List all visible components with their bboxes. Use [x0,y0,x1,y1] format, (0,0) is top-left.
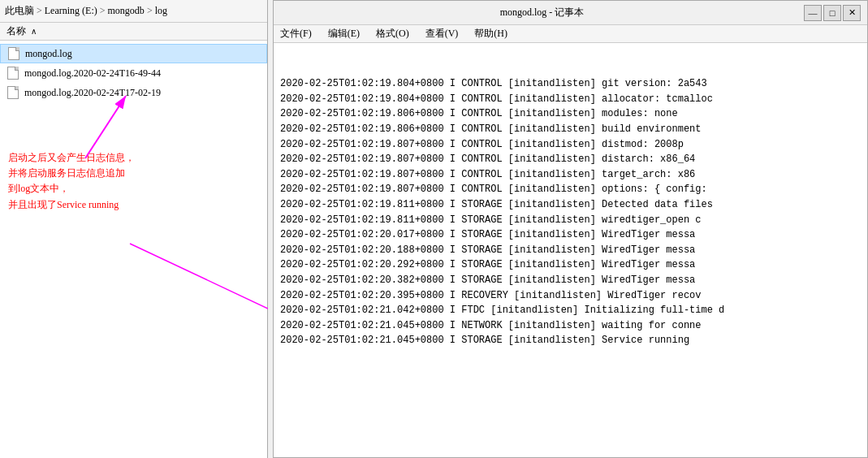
breadcrumb-sep-1: > [37,5,42,17]
menu-edit[interactable]: 编辑(E) [325,25,363,42]
file-list: mongod.log mongod.log.2020-02-24T16-49-4… [0,41,267,458]
menu-help[interactable]: 帮助(H) [471,25,511,42]
breadcrumb-learning[interactable]: Learning (E:) [45,5,97,17]
window-controls: — □ ✕ [804,5,861,21]
annotation-text: 启动之后又会产生日志信息， 并将启动服务日志信息追加 到log文本中， 并且出现… [8,150,135,213]
menu-file[interactable]: 文件(F) [277,25,315,42]
list-item[interactable]: mongod.log.2020-02-24T16-49-44 [0,63,267,83]
file-name: mongod.log.2020-02-24T17-02-19 [24,87,161,99]
notepad-titlebar: mongod.log - 记事本 — □ ✕ [274,1,867,25]
log-line: 2020-02-25T01:02:19.807+0800 I CONTROL [… [280,182,861,197]
log-line: 2020-02-25T01:02:19.807+0800 I CONTROL [… [280,167,861,183]
log-line: 2020-02-25T01:02:20.292+0800 I STORAGE [… [280,257,861,273]
log-line: 2020-02-25T01:02:19.806+0800 I CONTROL [… [280,122,861,137]
log-line: 2020-02-25T01:02:20.017+0800 I STORAGE [… [280,227,861,243]
breadcrumb-computer[interactable]: 此电脑 [5,4,34,18]
log-line: 2020-02-25T01:02:21.045+0800 I STORAGE [… [280,333,861,348]
maximize-button[interactable]: □ [823,5,841,21]
log-line: 2020-02-25T01:02:19.807+0800 I CONTROL [… [280,137,861,153]
log-line: 2020-02-25T01:02:20.382+0800 I STORAGE [… [280,273,861,288]
notepad-title: mongod.log - 记事本 [280,6,804,19]
sort-arrow-icon: ∧ [31,27,37,36]
minimize-button[interactable]: — [804,5,822,21]
menu-format[interactable]: 格式(O) [373,25,412,42]
close-button[interactable]: ✕ [843,5,861,21]
column-name-label: 名称 [6,24,26,38]
breadcrumb-mongodb[interactable]: mongodb [108,5,145,17]
breadcrumb: 此电脑 > Learning (E:) > mongodb > log [0,0,267,23]
log-line: 2020-02-25T01:02:20.395+0800 I RECOVERY … [280,288,861,304]
file-name: mongod.log [25,48,72,60]
file-icon [6,86,19,99]
notepad-menubar: 文件(F) 编辑(E) 格式(O) 查看(V) 帮助(H) [274,25,867,43]
menu-view[interactable]: 查看(V) [422,25,462,42]
log-line: 2020-02-25T01:02:19.804+0800 I CONTROL [… [280,76,861,92]
list-item[interactable]: mongod.log [0,44,267,63]
log-line: 2020-02-25T01:02:21.042+0800 I FTDC [ini… [280,303,861,318]
column-header: 名称 ∧ [0,23,267,41]
file-icon [6,67,19,80]
notepad-window: mongod.log - 记事本 — □ ✕ 文件(F) 编辑(E) 格式(O)… [273,0,868,458]
log-line: 2020-02-25T01:02:19.807+0800 I CONTROL [… [280,152,861,167]
file-explorer: 此电脑 > Learning (E:) > mongodb > log 名称 ∧… [0,0,268,458]
log-line: 2020-02-25T01:02:19.806+0800 I CONTROL [… [280,106,861,122]
breadcrumb-log[interactable]: log [155,5,167,17]
log-line: 2020-02-25T01:02:19.811+0800 I STORAGE [… [280,197,861,213]
file-icon [7,47,20,60]
breadcrumb-sep-2: > [100,5,106,17]
file-name: mongod.log.2020-02-24T16-49-44 [24,67,161,80]
log-line: 2020-02-25T01:02:20.188+0800 I STORAGE [… [280,243,861,258]
log-line: 2020-02-25T01:02:21.045+0800 I NETWORK [… [280,318,861,334]
log-line: 2020-02-25T01:02:19.804+0800 I CONTROL [… [280,92,861,107]
breadcrumb-sep-3: > [147,5,153,17]
log-line: 2020-02-25T01:02:19.811+0800 I STORAGE [… [280,213,861,228]
notepad-content[interactable]: 2020-02-25T01:02:19.804+0800 I CONTROL [… [274,43,867,457]
list-item[interactable]: mongod.log.2020-02-24T17-02-19 [0,83,267,102]
